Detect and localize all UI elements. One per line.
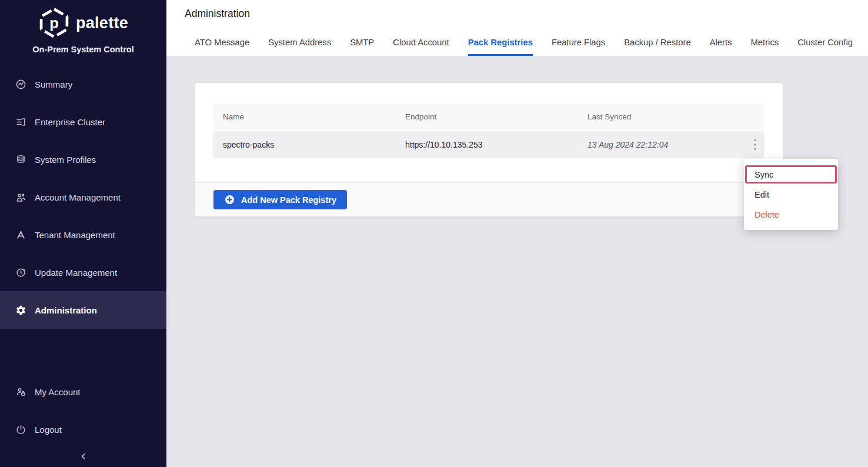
update-management-icon: [15, 267, 26, 278]
card-footer: Add New Pack Registry: [195, 182, 783, 216]
tab-feature-flags[interactable]: Feature Flags: [552, 31, 605, 56]
page-content: Name Endpoint Last Synced spectro-packs …: [166, 56, 868, 467]
logout-power-icon: [15, 424, 26, 435]
context-menu-item-delete[interactable]: Delete: [744, 205, 838, 225]
sidebar-item-label: My Account: [35, 387, 81, 397]
summary-icon: [15, 79, 26, 90]
sidebar-item-summary[interactable]: Summary: [0, 65, 166, 103]
tab-system-address[interactable]: System Address: [268, 31, 331, 56]
sidebar-item-label: Summary: [35, 79, 72, 89]
registry-endpoint: https://10.10.135.253: [396, 140, 578, 149]
tab-cloud-account[interactable]: Cloud Account: [393, 31, 449, 56]
tab-cluster-config[interactable]: Cluster Config: [797, 31, 853, 56]
sidebar-item-account-management[interactable]: Account Management: [0, 178, 166, 216]
sidebar: p palette On-Prem System Control Summary…: [0, 0, 166, 467]
sidebar-item-label: Account Management: [35, 192, 121, 202]
sidebar-item-label: Update Management: [35, 268, 117, 278]
kebab-menu-icon[interactable]: [750, 137, 760, 152]
column-header-endpoint: Endpoint: [396, 112, 578, 121]
add-button-label: Add New Pack Registry: [241, 195, 336, 205]
sidebar-nav: Summary Enterprise Cluster System Profil…: [0, 65, 166, 329]
enterprise-cluster-icon: [15, 116, 26, 128]
sidebar-item-my-account[interactable]: My Account: [0, 373, 166, 411]
sidebar-bottom-nav: My Account Logout: [0, 373, 166, 448]
my-account-icon: [15, 386, 26, 398]
column-header-last-synced: Last Synced: [578, 112, 746, 121]
sidebar-item-tenant-management[interactable]: Tenant Management: [0, 216, 166, 253]
table-header-row: Name Endpoint Last Synced: [213, 104, 764, 130]
registry-name: spectro-packs: [213, 140, 396, 149]
registry-table: Name Endpoint Last Synced spectro-packs …: [213, 104, 764, 158]
add-new-pack-registry-button[interactable]: Add New Pack Registry: [213, 190, 347, 209]
sidebar-item-logout[interactable]: Logout: [0, 411, 166, 448]
context-menu-item-edit[interactable]: Edit: [744, 185, 838, 205]
administration-gear-icon: [15, 305, 26, 316]
sidebar-collapse-button[interactable]: [0, 448, 166, 465]
chevron-left-icon: [79, 452, 88, 461]
tab-bar: ATO Message System Address SMTP Cloud Ac…: [195, 31, 853, 56]
tab-metrics[interactable]: Metrics: [751, 31, 779, 56]
svg-text:p: p: [49, 15, 58, 31]
pack-registries-card: Name Endpoint Last Synced spectro-packs …: [195, 83, 783, 216]
sidebar-item-update-management[interactable]: Update Management: [0, 253, 166, 291]
sidebar-item-enterprise-cluster[interactable]: Enterprise Cluster: [0, 103, 166, 141]
palette-hexagon-logo-icon: p: [38, 7, 70, 39]
sidebar-item-label: Enterprise Cluster: [35, 117, 105, 127]
logo: p palette: [0, 0, 166, 40]
account-management-icon: [15, 192, 26, 203]
tab-ato-message[interactable]: ATO Message: [195, 31, 249, 56]
system-profiles-icon: [15, 154, 26, 165]
tab-pack-registries[interactable]: Pack Registries: [468, 31, 533, 56]
column-header-name: Name: [213, 112, 396, 121]
sidebar-item-label: System Profiles: [35, 155, 96, 165]
tenant-management-icon: [15, 229, 26, 241]
tab-backup-restore[interactable]: Backup / Restore: [624, 31, 691, 56]
sidebar-item-system-profiles[interactable]: System Profiles: [0, 141, 166, 178]
table-row: spectro-packs https://10.10.135.253 13 A…: [213, 131, 764, 158]
sidebar-item-label: Logout: [35, 425, 62, 435]
row-context-menu: Sync Edit Delete: [744, 159, 838, 230]
context-menu-item-sync[interactable]: Sync: [744, 165, 838, 185]
logo-text: palette: [76, 14, 128, 32]
registry-last-synced: 13 Aug 2024 22:12:04: [578, 140, 746, 149]
plus-circle-icon: [224, 194, 235, 205]
tab-smtp[interactable]: SMTP: [350, 31, 374, 56]
main-header: Administration ATO Message System Addres…: [166, 0, 868, 56]
logo-subtitle: On-Prem System Control: [0, 45, 166, 54]
sidebar-item-administration[interactable]: Administration: [0, 291, 166, 329]
sidebar-item-label: Administration: [35, 305, 97, 315]
tab-alerts[interactable]: Alerts: [710, 31, 732, 56]
sidebar-item-label: Tenant Management: [35, 230, 115, 240]
app-root: p palette On-Prem System Control Summary…: [0, 0, 868, 467]
page-title: Administration: [185, 8, 250, 20]
